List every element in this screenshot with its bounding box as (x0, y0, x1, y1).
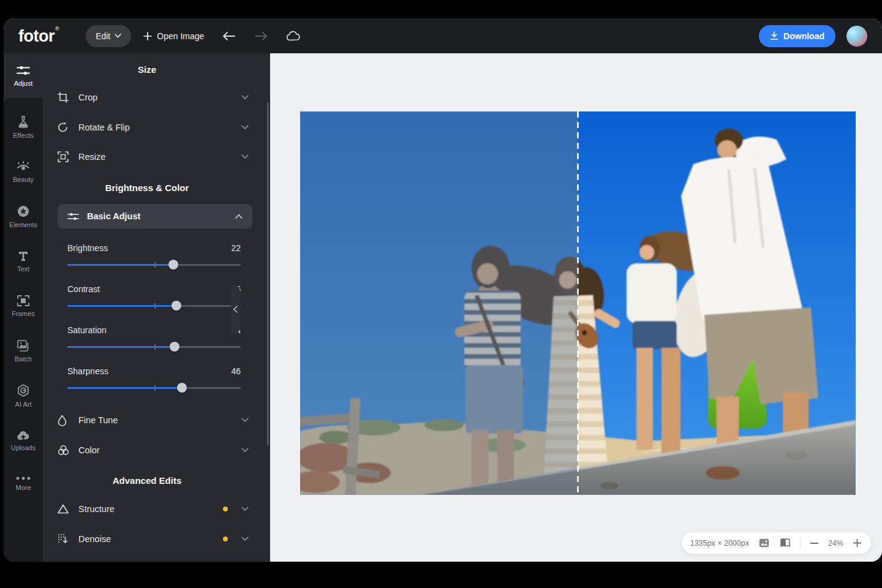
main-area: Adjust Effects Beauty Elements (4, 53, 882, 562)
text-icon (18, 251, 29, 262)
slider-thumb[interactable] (170, 342, 179, 352)
plus-icon (853, 539, 861, 547)
statusbar-divider (800, 538, 801, 549)
fotor-logo[interactable]: fotor® (18, 26, 59, 46)
sidebar-item-frames[interactable]: Frames (4, 285, 43, 328)
canvas-statusbar: 1335px × 2000px 24% (682, 532, 871, 554)
download-icon (770, 31, 778, 40)
sidebar-item-text[interactable]: Text (4, 240, 43, 283)
panel-item-label: Crop (78, 92, 241, 102)
chevron-down-icon (241, 448, 249, 453)
before-after-left-overlay (300, 111, 578, 495)
rotate-icon (58, 122, 70, 133)
panel-item-fine-tune[interactable]: Fine Tune (58, 407, 249, 434)
slider-label: Saturation (67, 325, 107, 335)
redo-button[interactable] (254, 31, 268, 41)
chevron-down-icon (241, 507, 249, 511)
slider-thumb[interactable] (168, 260, 178, 270)
slider-track[interactable] (67, 305, 241, 307)
image-info-button[interactable] (758, 538, 771, 548)
panel-item-label: Denoise (78, 534, 223, 544)
eye-icon (17, 161, 30, 172)
chevron-down-icon (241, 154, 249, 159)
slider-track[interactable] (67, 387, 241, 389)
slider-track[interactable] (67, 264, 241, 266)
denoise-icon (58, 533, 70, 545)
sidebar-item-label: AI Art (15, 401, 32, 408)
panel-scrollbar[interactable] (267, 102, 269, 445)
slider-thumb[interactable] (172, 301, 181, 311)
sidebar-item-elements[interactable]: Elements (4, 195, 43, 238)
download-label: Download (783, 31, 824, 41)
slider-value: 22 (231, 243, 241, 253)
sidebar-item-label: Batch (15, 355, 32, 363)
frame-icon (17, 295, 29, 306)
avatar[interactable] (846, 26, 867, 47)
compare-icon (780, 538, 790, 548)
arrow-left-icon (222, 31, 236, 41)
panel-item-label: Rotate & Flip (78, 123, 241, 132)
open-image-button[interactable]: Open Image (143, 31, 204, 41)
resize-icon (58, 151, 70, 162)
flask-icon (18, 116, 29, 128)
download-button[interactable]: Download (759, 25, 835, 47)
cloud-save-button[interactable] (286, 31, 301, 41)
sidebar-item-batch[interactable]: Batch (4, 330, 43, 372)
slider-fill (67, 264, 173, 266)
slider-thumb[interactable] (177, 383, 187, 393)
sidebar-item-label: Adjust (14, 80, 33, 87)
canvas-area: 1335px × 2000px 24% (270, 53, 882, 562)
panel-item-color[interactable]: Color (58, 437, 249, 464)
sidebar-item-uploads[interactable]: Uploads (4, 419, 43, 462)
chevron-down-icon (241, 125, 249, 130)
more-dots-icon (16, 477, 31, 480)
sidebar-item-beauty[interactable]: Beauty (4, 151, 43, 194)
slider-track[interactable] (67, 346, 241, 348)
edit-menu-label: Edit (96, 31, 110, 41)
sidebar-item-label: Text (17, 265, 29, 273)
panel-item-rotate-flip[interactable]: Rotate & Flip (58, 114, 249, 141)
panel-item-structure[interactable]: Structure (58, 496, 249, 522)
sidebar-item-adjust[interactable]: Adjust (4, 55, 43, 97)
ai-art-hexagon-icon (17, 384, 29, 397)
sidebar-item-effects[interactable]: Effects (4, 106, 43, 149)
app-window: fotor® Edit Open Image (4, 18, 882, 562)
sidebar-item-label: Beauty (13, 176, 34, 183)
sidebar-item-label: Elements (9, 221, 37, 228)
panel-item-denoise[interactable]: Denoise (58, 526, 249, 552)
topbar: fotor® Edit Open Image (4, 18, 882, 53)
zoom-out-button[interactable] (809, 543, 820, 544)
slider-label: Brightness (67, 243, 108, 253)
registered-mark: ® (55, 26, 59, 32)
zoom-in-button[interactable] (852, 539, 862, 547)
panel-item-crop[interactable]: Crop (58, 84, 249, 111)
open-image-label: Open Image (157, 31, 204, 41)
sidebar-item-label: Effects (13, 132, 33, 139)
sidebar-item-label: Frames (12, 310, 34, 317)
undo-button[interactable] (222, 31, 236, 41)
modified-dot (223, 507, 228, 511)
slider-saturation: Saturation 24 (67, 325, 241, 348)
color-circles-icon (58, 445, 70, 456)
photos-stack-icon (17, 340, 29, 352)
edited-photo[interactable] (300, 111, 856, 495)
droplet-icon (58, 415, 70, 426)
sidebar-item-more[interactable]: More (4, 462, 43, 505)
compare-view-button[interactable] (779, 538, 791, 548)
panel-item-resize[interactable]: Resize (58, 143, 249, 170)
slider-label: Sharpness (67, 366, 108, 376)
section-title-brightness-color: Brightness & Color (43, 183, 251, 193)
modified-dot (223, 537, 228, 541)
chevron-down-icon (115, 34, 121, 38)
panel-collapse-handle[interactable] (231, 285, 240, 334)
logo-text: fotor (18, 27, 55, 45)
arrow-right-icon (254, 31, 268, 41)
slider-fill (67, 305, 176, 307)
edit-menu-button[interactable]: Edit (86, 25, 131, 47)
basic-adjust-header[interactable]: Basic Adjust (58, 204, 252, 228)
panel-item-label: Fine Tune (78, 415, 241, 425)
chevron-down-icon (241, 95, 249, 100)
sidebar-item-ai-art[interactable]: AI Art (4, 374, 43, 417)
slider-fill (67, 346, 175, 348)
basic-adjust-label: Basic Adjust (87, 211, 235, 221)
